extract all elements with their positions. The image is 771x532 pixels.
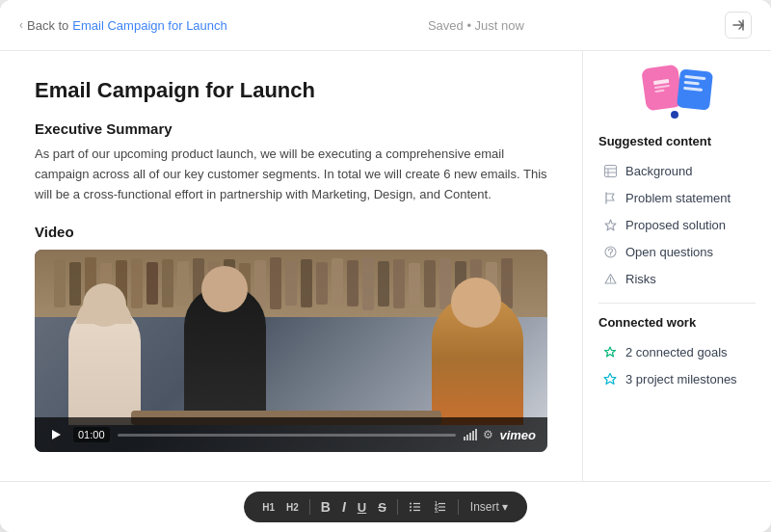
person1 xyxy=(68,305,141,425)
underline-button[interactable]: U xyxy=(353,498,371,517)
bold-button[interactable]: B xyxy=(316,497,335,517)
connected-goals-label: 2 connected goals xyxy=(625,345,728,359)
insert-label: Insert xyxy=(470,500,499,514)
document-title: Email Campaign for Launch xyxy=(35,78,547,103)
signal-bars-icon xyxy=(464,429,477,440)
exec-summary-heading: Executive Summary xyxy=(35,120,547,137)
heading2-button[interactable]: H2 xyxy=(281,500,304,515)
svg-point-12 xyxy=(609,254,610,255)
video-controls: 01:00 ⚙ vimeo xyxy=(35,417,547,452)
sidebar-label-problem: Problem statement xyxy=(625,191,731,205)
italic-button[interactable]: I xyxy=(337,497,351,517)
play-button[interactable] xyxy=(46,425,66,444)
bullet-list-button[interactable] xyxy=(404,498,427,516)
sidebar-item-proposed-solution[interactable]: Proposed solution xyxy=(598,212,756,237)
sidebar-item-risks[interactable]: Risks xyxy=(598,266,756,291)
saved-status: Saved • Just now xyxy=(428,18,524,33)
goal-icon xyxy=(602,344,618,359)
collapse-button[interactable] xyxy=(725,12,752,39)
right-sidebar: Suggested content Background Problem sta… xyxy=(583,51,771,481)
sidebar-divider xyxy=(598,303,756,304)
editor-area: Email Campaign for Launch Executive Summ… xyxy=(0,51,583,481)
illus-dot xyxy=(671,111,678,119)
illustration xyxy=(644,66,711,120)
vimeo-controls: ⚙ vimeo xyxy=(464,428,536,442)
svg-point-19 xyxy=(410,510,412,512)
vimeo-logo: vimeo xyxy=(499,428,536,442)
svg-rect-3 xyxy=(653,85,669,89)
video-timestamp: 01:00 xyxy=(73,427,110,442)
svg-rect-5 xyxy=(604,165,616,176)
editor-toolbar: H1 H2 B I U S 1.2.3. Insert ▾ xyxy=(0,481,771,532)
suggested-content-title: Suggested content xyxy=(598,134,756,148)
sidebar-item-problem-statement[interactable]: Problem statement xyxy=(598,185,756,210)
numbered-list-button[interactable]: 1.2.3. xyxy=(429,498,452,516)
svg-rect-4 xyxy=(654,90,664,93)
sidebar-item-open-questions[interactable]: Open questions xyxy=(598,239,756,264)
connected-work-title: Connected work xyxy=(598,315,756,330)
strikethrough-button[interactable]: S xyxy=(373,498,391,517)
chevron-left-icon: ‹ xyxy=(19,18,23,32)
sidebar-label-risks: Risks xyxy=(625,272,656,286)
star-icon xyxy=(602,217,618,232)
back-link-text[interactable]: Email Campaign for Launch xyxy=(72,18,226,33)
illus-card-blue xyxy=(677,68,713,110)
svg-point-14 xyxy=(609,281,610,282)
exec-summary-text: As part of our upcoming product launch, … xyxy=(35,145,547,204)
sidebar-label-solution: Proposed solution xyxy=(625,218,726,232)
heading1-button[interactable]: H1 xyxy=(257,500,279,515)
svg-marker-1 xyxy=(52,430,61,439)
illus-card-pink xyxy=(641,65,683,112)
flag-icon xyxy=(602,190,618,205)
main-content: Email Campaign for Launch Executive Summ… xyxy=(0,51,771,481)
video-label: Video xyxy=(35,224,547,240)
app-window: ‹ Back to Email Campaign for Launch Save… xyxy=(0,0,771,532)
back-link[interactable]: ‹ Back to Email Campaign for Launch xyxy=(19,18,227,33)
connected-goals[interactable]: 2 connected goals xyxy=(598,339,756,364)
settings-icon[interactable]: ⚙ xyxy=(483,428,493,441)
connected-milestones-label: 3 project milestones xyxy=(625,372,737,386)
toolbar-divider-3 xyxy=(458,499,459,515)
top-bar: ‹ Back to Email Campaign for Launch Save… xyxy=(0,0,771,51)
svg-rect-2 xyxy=(652,79,668,85)
question-icon xyxy=(602,244,618,259)
person2 xyxy=(184,285,266,425)
back-text: Back to xyxy=(27,18,68,33)
svg-marker-10 xyxy=(605,220,616,230)
sidebar-label-background: Background xyxy=(625,164,692,178)
sidebar-illustration xyxy=(598,66,756,120)
person3 xyxy=(432,295,523,425)
milestone-icon xyxy=(602,371,618,386)
sidebar-item-background[interactable]: Background xyxy=(598,158,756,183)
video-container[interactable]: 01:00 ⚙ vimeo xyxy=(35,250,547,452)
connected-milestones[interactable]: 3 project milestones xyxy=(598,366,756,391)
insert-chevron-icon: ▾ xyxy=(502,500,508,514)
insert-button[interactable]: Insert ▾ xyxy=(465,498,514,516)
sidebar-label-questions: Open questions xyxy=(625,245,713,259)
svg-point-17 xyxy=(410,506,412,508)
toolbar-divider-1 xyxy=(309,499,310,515)
table-icon xyxy=(602,163,618,178)
svg-point-15 xyxy=(410,503,412,505)
toolbar-inner: H1 H2 B I U S 1.2.3. Insert ▾ xyxy=(244,492,527,522)
video-progress-bar[interactable] xyxy=(118,434,457,437)
toolbar-divider-2 xyxy=(397,499,398,515)
triangle-icon xyxy=(602,271,618,286)
